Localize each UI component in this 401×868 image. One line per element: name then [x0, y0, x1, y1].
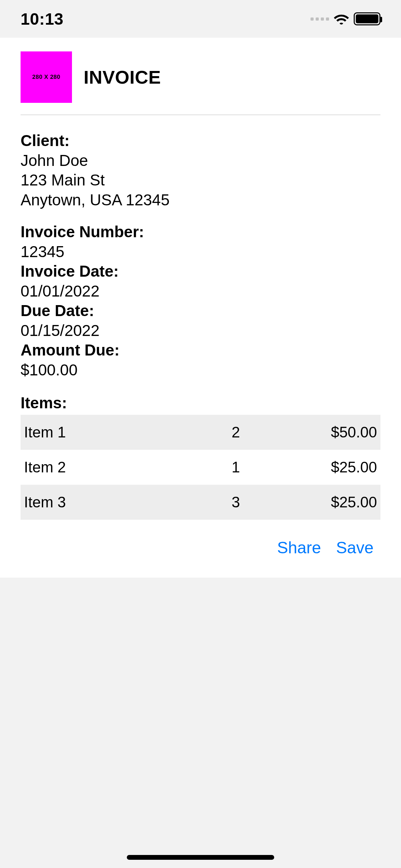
- save-button[interactable]: Save: [336, 538, 374, 557]
- item-price: $50.00: [271, 424, 377, 441]
- cellular-dots-icon: [311, 17, 329, 21]
- invoice-date-value: 01/01/2022: [21, 281, 380, 301]
- client-city: Anytown, USA 12345: [21, 190, 380, 210]
- invoice-header: 280 X 280 INVOICE: [21, 51, 380, 115]
- item-name: Item 1: [24, 424, 200, 441]
- client-section: Client: John Doe 123 Main St Anytown, US…: [21, 131, 380, 210]
- status-time: 10:13: [21, 10, 63, 28]
- invoice-date-label: Invoice Date:: [21, 262, 380, 281]
- logo-placeholder-text: 280 X 280: [32, 74, 60, 81]
- item-qty: 2: [200, 424, 271, 441]
- item-qty: 3: [200, 494, 271, 511]
- status-indicators: [311, 12, 380, 25]
- table-row: Item 3 3 $25.00: [21, 485, 380, 520]
- item-name: Item 2: [24, 459, 200, 476]
- status-bar: 10:13: [0, 0, 401, 38]
- table-row: Item 2 1 $25.00: [21, 450, 380, 485]
- home-indicator: [127, 855, 274, 860]
- item-name: Item 3: [24, 494, 200, 511]
- share-button[interactable]: Share: [277, 538, 321, 557]
- wifi-icon: [334, 13, 349, 25]
- client-name: John Doe: [21, 151, 380, 171]
- table-row: Item 1 2 $50.00: [21, 415, 380, 450]
- due-date-value: 01/15/2022: [21, 321, 380, 341]
- battery-icon: [354, 12, 380, 25]
- due-date-label: Due Date:: [21, 301, 380, 321]
- invoice-card: 280 X 280 INVOICE Client: John Doe 123 M…: [0, 38, 401, 578]
- client-label: Client:: [21, 131, 380, 151]
- logo-placeholder: 280 X 280: [21, 51, 72, 103]
- page-title: INVOICE: [84, 67, 161, 88]
- actions-row: Share Save: [21, 538, 380, 557]
- invoice-number-label: Invoice Number:: [21, 222, 380, 242]
- invoice-number-value: 12345: [21, 242, 380, 262]
- amount-due-value: $100.00: [21, 360, 380, 380]
- items-table: Item 1 2 $50.00 Item 2 1 $25.00 Item 3 3…: [21, 415, 380, 520]
- item-qty: 1: [200, 459, 271, 476]
- invoice-meta: Invoice Number: 12345 Invoice Date: 01/0…: [21, 222, 380, 380]
- item-price: $25.00: [271, 494, 377, 511]
- amount-due-label: Amount Due:: [21, 340, 380, 360]
- client-street: 123 Main St: [21, 170, 380, 190]
- item-price: $25.00: [271, 459, 377, 476]
- items-heading: Items:: [21, 394, 380, 412]
